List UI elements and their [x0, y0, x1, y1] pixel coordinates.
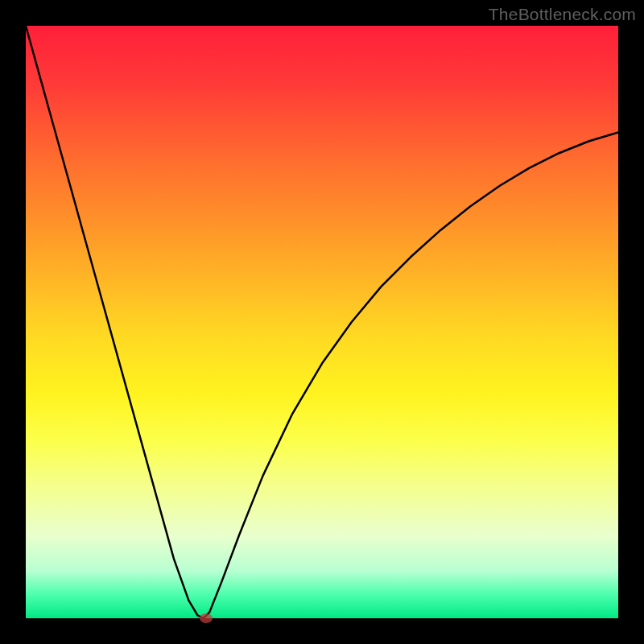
plot-area	[26, 26, 618, 618]
watermark-text: TheBottleneck.com	[489, 5, 636, 24]
optimal-point-marker	[200, 613, 213, 623]
bottleneck-curve	[26, 26, 618, 618]
chart-frame: TheBottleneck.com	[0, 0, 644, 644]
